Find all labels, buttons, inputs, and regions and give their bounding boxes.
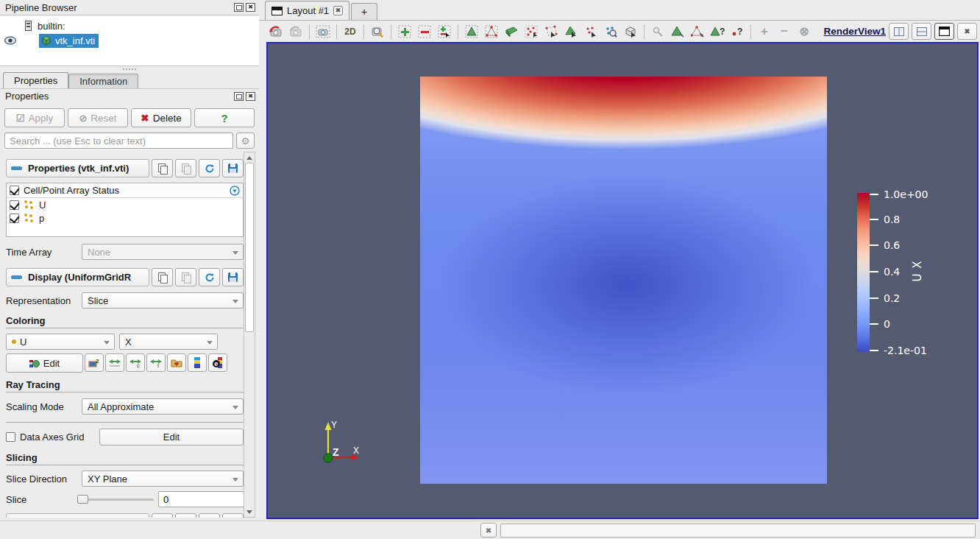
- render-viewport[interactable]: 1.0e+00 0.8 0.6 0.4 0.2 0 -2.1e-01 U X Y…: [266, 42, 979, 519]
- render-view-name[interactable]: RenderView1: [823, 26, 886, 37]
- split-vertical-button[interactable]: [912, 23, 931, 40]
- slice-slider[interactable]: [77, 493, 154, 505]
- search-options-button[interactable]: ⚙: [236, 133, 255, 149]
- search-input[interactable]: [4, 133, 233, 149]
- save-view-button[interactable]: [222, 513, 244, 518]
- select-cells-through-button[interactable]: [502, 23, 521, 40]
- save-display-button[interactable]: [222, 268, 244, 286]
- array-U-checkbox[interactable]: [10, 200, 19, 210]
- properties-section-header[interactable]: Properties (vtk_inf.vti): [6, 159, 244, 177]
- horizontal-splitter[interactable]: [0, 66, 259, 71]
- select-points-through-button[interactable]: [522, 23, 541, 40]
- capture-screenshot-button[interactable]: [313, 23, 333, 40]
- close-tab-icon[interactable]: ✖: [333, 6, 343, 15]
- slice-value-input[interactable]: [158, 491, 244, 507]
- interactive-select-blocks-button[interactable]: [621, 23, 640, 40]
- select-points-on-button[interactable]: [482, 23, 501, 40]
- reset-camera-button[interactable]: [266, 23, 285, 40]
- edit-color-map-button[interactable]: Edit: [6, 353, 83, 373]
- reload-view-button[interactable]: [199, 513, 220, 518]
- paste-display-button[interactable]: [175, 268, 196, 286]
- slice-direction-combo[interactable]: XY Plane: [82, 471, 244, 487]
- time-array-combo[interactable]: None: [82, 244, 244, 260]
- tab-layout-1[interactable]: Layout #1 ✖: [265, 1, 349, 20]
- split-horizontal-button[interactable]: [889, 23, 909, 40]
- rescale-visible-button[interactable]: t: [146, 353, 166, 372]
- expand-circle-icon[interactable]: [230, 186, 240, 196]
- array-status-checkbox[interactable]: [10, 186, 19, 195]
- save-defaults-button[interactable]: [222, 159, 244, 177]
- view-section-header[interactable]: View (Render View): [6, 513, 244, 518]
- array-status-header[interactable]: Cell/Point Array Status: [7, 183, 243, 198]
- maximize-view-button[interactable]: [934, 23, 954, 40]
- grow-selection-button[interactable]: +: [755, 23, 774, 40]
- slice-visualization[interactable]: [420, 77, 827, 484]
- representation-combo[interactable]: Slice: [82, 292, 244, 309]
- select-block-button[interactable]: [581, 23, 600, 40]
- rescale-data-range-button[interactable]: 2: [85, 353, 104, 372]
- help-button[interactable]: ?: [194, 108, 255, 127]
- tab-information[interactable]: Information: [68, 74, 138, 88]
- select-cells-polygon-button[interactable]: [542, 23, 561, 40]
- data-axes-grid-checkbox[interactable]: [6, 432, 15, 442]
- eye-icon[interactable]: [4, 36, 17, 45]
- pipeline-item-builtin[interactable]: builtin:: [0, 18, 259, 33]
- clear-selection-button[interactable]: ⊗: [795, 23, 814, 40]
- query-points-button[interactable]: ?: [728, 23, 747, 40]
- rescale-temporal-button[interactable]: c: [126, 353, 145, 372]
- reload-properties-button[interactable]: [199, 159, 220, 177]
- reload-display-button[interactable]: [199, 268, 220, 286]
- scaling-mode-combo[interactable]: All Approximate: [82, 398, 244, 415]
- tab-properties[interactable]: Properties: [3, 72, 68, 88]
- close-icon[interactable]: ✖: [246, 3, 255, 12]
- add-selection-button[interactable]: [395, 23, 414, 40]
- paste-properties-button[interactable]: [175, 159, 196, 177]
- scroll-down-icon[interactable]: [245, 507, 254, 516]
- color-array-combo[interactable]: U: [6, 334, 115, 350]
- scroll-up-icon[interactable]: [245, 153, 254, 162]
- new-layout-tab[interactable]: +: [351, 3, 377, 20]
- zoom-to-data-button[interactable]: [368, 23, 387, 40]
- interactive-select-cells-button[interactable]: [601, 23, 620, 40]
- shrink-selection-button[interactable]: −: [775, 23, 794, 40]
- toggle-2d-button[interactable]: 2D: [341, 23, 360, 40]
- selected-source[interactable]: vtk_inf.vti: [39, 34, 99, 48]
- reset-button[interactable]: ⊘ Reset: [68, 108, 128, 127]
- copy-view-button[interactable]: [152, 513, 173, 518]
- close-icon[interactable]: ✖: [246, 92, 255, 101]
- data-axes-edit-button[interactable]: Edit: [99, 429, 244, 445]
- subtract-selection-button[interactable]: [415, 23, 434, 40]
- array-row-U[interactable]: U: [7, 198, 243, 211]
- scroll-thumb[interactable]: [245, 163, 254, 332]
- toggle-color-legend-button[interactable]: [188, 353, 207, 372]
- display-section-header[interactable]: Display (UniformGridR: [6, 268, 244, 286]
- copy-display-button[interactable]: [152, 268, 173, 286]
- select-mesh-points-button[interactable]: [688, 23, 707, 40]
- abort-button[interactable]: ✖: [480, 523, 497, 538]
- paste-view-button[interactable]: [175, 513, 196, 518]
- array-row-p[interactable]: p: [7, 211, 243, 225]
- undock-icon[interactable]: [234, 3, 244, 12]
- properties-scrollbar[interactable]: [244, 152, 255, 518]
- pipeline-item-source[interactable]: vtk_inf.vti: [0, 33, 259, 48]
- delete-button[interactable]: ✖ Delete: [131, 108, 191, 127]
- select-points-polygon-button[interactable]: [561, 23, 580, 40]
- hover-cells-button[interactable]: [668, 23, 687, 40]
- slider-handle[interactable]: [77, 495, 88, 504]
- copy-properties-button[interactable]: [152, 159, 173, 177]
- color-component-combo[interactable]: X: [119, 334, 218, 350]
- apply-button[interactable]: ☑ Apply: [4, 108, 65, 127]
- color-legend-bar[interactable]: 1.0e+00 0.8 0.6 0.4 0.2 0 -2.1e-01: [857, 193, 870, 352]
- undock-icon[interactable]: [234, 92, 244, 101]
- svg-text:?: ?: [737, 27, 742, 37]
- hover-points-button[interactable]: [648, 23, 667, 40]
- close-view-button[interactable]: ✖: [957, 23, 977, 40]
- rescale-custom-range-button[interactable]: [105, 353, 124, 372]
- reset-camera-closest-button[interactable]: [286, 23, 305, 40]
- query-cells-button[interactable]: ?: [708, 23, 727, 40]
- edit-color-legend-button[interactable]: e: [208, 353, 227, 372]
- array-p-checkbox[interactable]: [10, 214, 19, 223]
- choose-preset-button[interactable]: [167, 353, 186, 372]
- toggle-selection-button[interactable]: [435, 23, 454, 40]
- select-cells-on-button[interactable]: [462, 23, 481, 40]
